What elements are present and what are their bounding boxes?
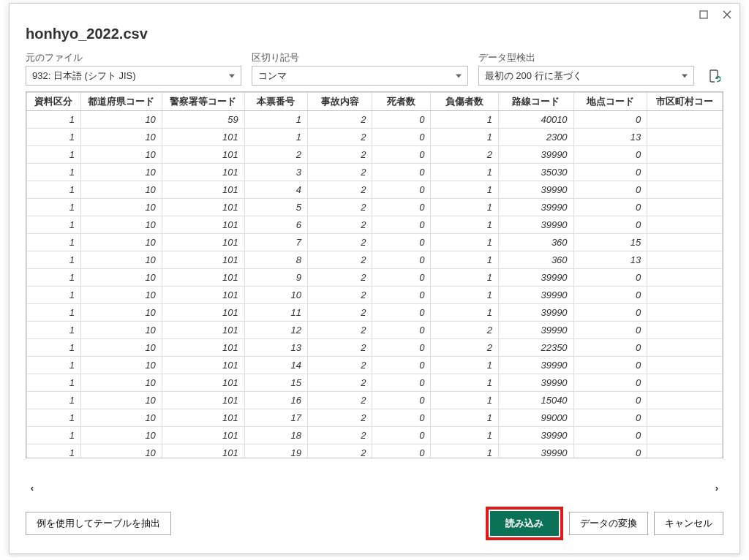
table-cell: 2 bbox=[308, 129, 372, 146]
table-cell: 2 bbox=[431, 339, 498, 357]
table-cell: 0 bbox=[372, 304, 431, 322]
table-cell: 10 bbox=[80, 392, 162, 409]
table-cell: 2 bbox=[308, 287, 372, 304]
table-cell: 39990 bbox=[498, 427, 573, 444]
table-cell bbox=[647, 234, 723, 251]
delimiter-value: コンマ bbox=[258, 70, 287, 81]
close-icon[interactable] bbox=[720, 8, 734, 21]
table-cell: 0 bbox=[573, 164, 647, 181]
table-cell: 1 bbox=[27, 129, 81, 146]
table-cell: 0 bbox=[372, 164, 431, 181]
table-row: 1101019201399900 bbox=[27, 269, 723, 287]
table-cell: 10 bbox=[80, 129, 162, 146]
table-cell bbox=[647, 129, 723, 146]
table-cell: 99000 bbox=[498, 409, 573, 427]
table-cell: 10 bbox=[80, 164, 162, 181]
table-row: 11010117201990000 bbox=[27, 409, 723, 427]
table-cell: 101 bbox=[162, 269, 244, 287]
extract-table-button[interactable]: 例を使用してテーブルを抽出 bbox=[26, 512, 171, 535]
table-cell: 101 bbox=[162, 181, 244, 199]
titlebar bbox=[10, 4, 739, 21]
table-cell: 15040 bbox=[498, 392, 573, 409]
refresh-icon[interactable] bbox=[704, 66, 723, 86]
table-cell: 39990 bbox=[498, 199, 573, 216]
table-cell: 2 bbox=[308, 304, 372, 322]
detect-dropdown[interactable]: 最初の 200 行に基づく bbox=[478, 66, 694, 86]
scroll-right-icon[interactable]: › bbox=[710, 481, 723, 494]
table-cell bbox=[647, 374, 723, 392]
table-cell: 2 bbox=[308, 146, 372, 164]
column-header[interactable]: 負傷者数 bbox=[431, 93, 498, 111]
table-cell: 2 bbox=[308, 444, 372, 458]
table-row: 11010111201399900 bbox=[27, 304, 723, 322]
file-origin-group: 元のファイル 932: 日本語 (シフト JIS) bbox=[26, 51, 241, 86]
table-cell: 1 bbox=[431, 181, 498, 199]
cancel-button[interactable]: キャンセル bbox=[654, 512, 723, 535]
column-header[interactable]: 警察署等コード bbox=[162, 93, 244, 111]
table-cell: 2 bbox=[431, 146, 498, 164]
column-header[interactable]: 地点コード bbox=[573, 93, 647, 111]
table-cell bbox=[647, 164, 723, 181]
truncated-note bbox=[10, 461, 739, 480]
table-cell bbox=[647, 181, 723, 199]
file-title: honhyo_2022.csv bbox=[26, 26, 723, 42]
table-cell: 39990 bbox=[498, 269, 573, 287]
table-row: 11010116201150400 bbox=[27, 392, 723, 409]
table-cell bbox=[647, 269, 723, 287]
table-cell: 2 bbox=[308, 339, 372, 357]
table-cell: 2 bbox=[308, 322, 372, 339]
table-cell: 0 bbox=[573, 322, 647, 339]
table-cell: 10 bbox=[80, 374, 162, 392]
table-cell: 2 bbox=[244, 146, 307, 164]
table-cell: 10 bbox=[244, 287, 307, 304]
table-row: 1101016201399900 bbox=[27, 216, 723, 234]
table-cell: 1 bbox=[27, 304, 81, 322]
column-header[interactable]: 市区町村コー bbox=[647, 93, 723, 111]
table-cell: 0 bbox=[372, 181, 431, 199]
table-row: 1101012202399900 bbox=[27, 146, 723, 164]
table-cell: 101 bbox=[162, 339, 244, 357]
table-row: 11010113202223500 bbox=[27, 339, 723, 357]
table-cell: 1 bbox=[244, 111, 307, 129]
table-cell: 101 bbox=[162, 129, 244, 146]
column-header[interactable]: 事故内容 bbox=[308, 93, 372, 111]
load-button[interactable]: 読み込み bbox=[490, 511, 559, 536]
table-cell: 5 bbox=[244, 199, 307, 216]
maximize-icon[interactable] bbox=[697, 8, 710, 21]
file-origin-dropdown[interactable]: 932: 日本語 (シフト JIS) bbox=[26, 66, 241, 86]
column-header[interactable]: 都道府県コード bbox=[80, 93, 162, 111]
table-cell bbox=[647, 427, 723, 444]
table-cell: 40010 bbox=[498, 111, 573, 129]
table-cell: 1 bbox=[27, 427, 81, 444]
table-row: 110591201400100 bbox=[27, 111, 723, 129]
scroll-left-icon[interactable]: ‹ bbox=[26, 481, 39, 494]
table-cell: 101 bbox=[162, 234, 244, 251]
table-cell: 18 bbox=[244, 427, 307, 444]
transform-button[interactable]: データの変換 bbox=[569, 512, 648, 535]
table-cell: 17 bbox=[244, 409, 307, 427]
table-cell: 1 bbox=[27, 444, 81, 458]
table-cell: 0 bbox=[372, 111, 431, 129]
column-header[interactable]: 路線コード bbox=[498, 93, 573, 111]
table-cell: 1 bbox=[431, 216, 498, 234]
delimiter-dropdown[interactable]: コンマ bbox=[252, 66, 467, 86]
column-header[interactable]: 本票番号 bbox=[244, 93, 307, 111]
preview-table-scroll[interactable]: 資料区分都道府県コード警察署等コード本票番号事故内容死者数負傷者数路線コード地点… bbox=[26, 92, 723, 458]
table-cell: 360 bbox=[498, 251, 573, 269]
table-cell: 1 bbox=[431, 129, 498, 146]
table-cell: 1 bbox=[431, 199, 498, 216]
table-cell: 10 bbox=[80, 234, 162, 251]
table-cell: 0 bbox=[372, 322, 431, 339]
table-cell: 0 bbox=[372, 234, 431, 251]
table-row: 11010112202399900 bbox=[27, 322, 723, 339]
table-cell: 0 bbox=[372, 199, 431, 216]
column-header[interactable]: 資料区分 bbox=[27, 93, 81, 111]
table-cell: 9 bbox=[244, 269, 307, 287]
table-row: 11010115201399900 bbox=[27, 374, 723, 392]
table-cell: 39990 bbox=[498, 444, 573, 458]
table-cell: 0 bbox=[573, 409, 647, 427]
table-cell: 2 bbox=[308, 164, 372, 181]
table-cell: 101 bbox=[162, 427, 244, 444]
column-header[interactable]: 死者数 bbox=[372, 93, 431, 111]
table-cell: 0 bbox=[573, 392, 647, 409]
